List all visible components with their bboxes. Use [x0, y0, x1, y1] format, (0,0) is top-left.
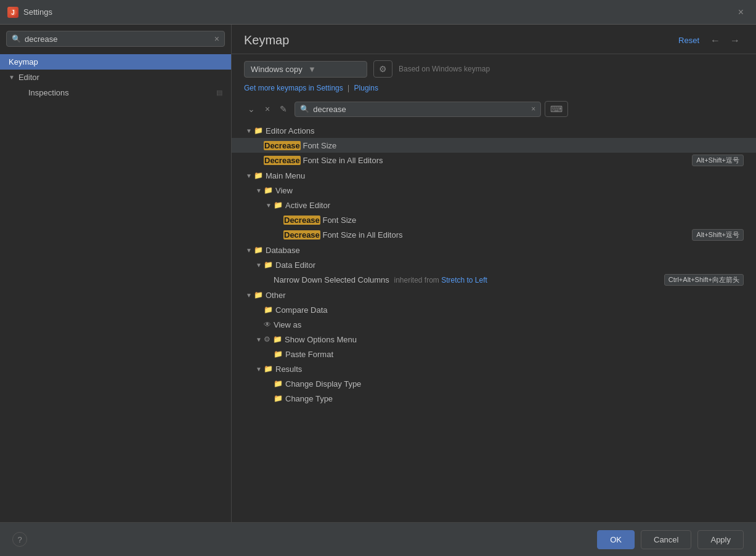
- sidebar-keymap-label: Keymap: [9, 57, 38, 66]
- folder-icon: 📁: [274, 350, 283, 358]
- chevron-down-icon: ▼: [9, 74, 15, 81]
- close-button[interactable]: ×: [733, 4, 749, 20]
- keymap-search-clear[interactable]: ×: [531, 105, 535, 113]
- tree-node-label: Editor Actions: [266, 126, 315, 135]
- scheme-settings-button[interactable]: ⚙: [373, 60, 392, 78]
- tree-row[interactable]: ▼ 📁 Main Menu: [232, 168, 756, 183]
- tree-row[interactable]: ▼ ⚙ 📁 Show Options Menu: [232, 332, 756, 347]
- reset-button[interactable]: Reset: [678, 36, 699, 45]
- tree-node-label: Data Editor: [275, 260, 315, 270]
- sidebar-item-keymap[interactable]: Keymap: [0, 54, 231, 70]
- keymap-search-wrap[interactable]: 🔍 ×: [295, 102, 541, 117]
- window-title: Settings: [23, 7, 733, 17]
- no-toggle: [254, 320, 264, 329]
- inherited-link[interactable]: Stretch to Left: [441, 276, 487, 284]
- keymap-tree: ▼ 📁 Editor Actions Decrease Font Size De…: [232, 121, 756, 522]
- tree-node-label: Decrease Font Size in All Editors: [264, 156, 383, 165]
- footer: ? OK Cancel Apply: [0, 522, 756, 556]
- chevron-down-icon: ▼: [308, 65, 360, 74]
- sidebar-inspections-icon: ▤: [216, 89, 222, 97]
- ok-button[interactable]: OK: [597, 530, 635, 549]
- tree-row[interactable]: ▼ 📁 Results: [232, 361, 756, 376]
- collapse-all-button[interactable]: ×: [261, 102, 274, 116]
- eye-icon: 👁: [264, 320, 271, 329]
- plugins-link[interactable]: Plugins: [354, 84, 378, 92]
- tree-row[interactable]: Decrease Font Size in All Editors Alt+Sh…: [232, 153, 756, 168]
- tree-node-label: Change Display Type: [285, 379, 361, 389]
- folder-icon: 📁: [254, 291, 263, 299]
- collapse-icon[interactable]: ▼: [244, 290, 254, 300]
- scheme-dropdown[interactable]: Windows copy ▼: [244, 61, 367, 78]
- tree-row[interactable]: Decrease Font Size in All Editors Alt+Sh…: [232, 227, 756, 243]
- shortcut-badge: Ctrl+Alt+Shift+向左箭头: [664, 274, 744, 286]
- collapse-icon[interactable]: ▼: [254, 364, 264, 374]
- expand-all-button[interactable]: ⌄: [244, 102, 259, 116]
- tree-row[interactable]: ▼ 📁 Database: [232, 243, 756, 257]
- collapse-icon[interactable]: ▼: [244, 126, 254, 135]
- folder-icon: 📁: [274, 394, 283, 403]
- tree-row[interactable]: ▼ 📁 View: [232, 183, 756, 198]
- folder-icon: 📁: [264, 365, 273, 373]
- get-more-keymaps-link[interactable]: Get more keymaps in Settings: [244, 84, 343, 92]
- help-button[interactable]: ?: [12, 532, 27, 547]
- tree-row[interactable]: ▼ 📁 Other: [232, 288, 756, 302]
- sidebar-search-input[interactable]: [25, 34, 214, 44]
- tree-row[interactable]: ▼ 📁 Data Editor: [232, 257, 756, 272]
- keymap-title: Keymap: [244, 33, 289, 47]
- sidebar-search-wrap[interactable]: 🔍 ×: [6, 31, 225, 47]
- back-button[interactable]: ←: [707, 34, 724, 47]
- tree-node-label: Change Type: [285, 394, 333, 403]
- tree-row[interactable]: 👁 View as: [232, 317, 756, 332]
- folder-icon: 📁: [254, 171, 263, 180]
- cancel-button[interactable]: Cancel: [641, 530, 691, 549]
- tree-row[interactable]: 📁 Paste Format: [232, 347, 756, 361]
- sidebar-inspections-label: Inspections: [28, 88, 69, 97]
- tree-row[interactable]: ▼ 📁 Editor Actions: [232, 123, 756, 138]
- sidebar-item-inspections[interactable]: Inspections ▤: [20, 85, 231, 100]
- nav-arrows: ← →: [707, 34, 744, 47]
- tree-node-label: Decrease Font Size: [283, 216, 356, 225]
- apply-button[interactable]: Apply: [697, 530, 744, 549]
- right-panel: Keymap Reset ← → Windows copy ▼ ⚙ Based …: [232, 25, 756, 522]
- find-by-shortcut-button[interactable]: ⌨: [545, 101, 568, 117]
- footer-actions: OK Cancel Apply: [597, 530, 744, 549]
- no-toggle: [254, 305, 264, 315]
- tree-row[interactable]: 📁 Change Display Type: [232, 376, 756, 391]
- collapse-icon[interactable]: ▼: [244, 171, 254, 180]
- collapse-icon[interactable]: ▼: [254, 334, 264, 344]
- folder-icon: 📁: [273, 335, 282, 344]
- scheme-value: Windows copy: [251, 65, 303, 74]
- tree-node-label: Results: [275, 365, 302, 374]
- tree-node-label: Decrease Font Size: [264, 141, 336, 150]
- tree-row[interactable]: Decrease Font Size: [232, 212, 756, 227]
- collapse-icon[interactable]: ▼: [264, 200, 274, 210]
- collapse-icon[interactable]: ▼: [254, 185, 264, 195]
- tree-node-label: Compare Data: [275, 305, 328, 315]
- forward-button[interactable]: →: [726, 34, 744, 47]
- gear-icon: ⚙: [264, 335, 270, 344]
- collapse-icon[interactable]: ▼: [254, 260, 264, 270]
- svg-text:J: J: [11, 9, 15, 16]
- main-content: 🔍 × Keymap ▼ Editor Inspections ▤: [0, 25, 756, 522]
- tree-row[interactable]: 📁 Compare Data: [232, 302, 756, 317]
- sidebar-item-editor[interactable]: ▼ Editor: [0, 70, 231, 85]
- tree-node-label: Decrease Font Size in All Editors: [283, 230, 403, 240]
- keymap-header: Keymap Reset ← →: [232, 25, 756, 54]
- shortcut-badge: Alt+Shift+逗号: [692, 229, 744, 241]
- tree-row[interactable]: 📁 Change Type: [232, 391, 756, 406]
- expand-collapse-group: ⌄ × ✎: [244, 102, 291, 116]
- edit-button[interactable]: ✎: [276, 102, 291, 116]
- keymap-search-bar: ⌄ × ✎ 🔍 × ⌨: [232, 97, 756, 121]
- collapse-icon[interactable]: ▼: [244, 245, 254, 255]
- sidebar-search-clear[interactable]: ×: [214, 34, 219, 44]
- keymap-search-input[interactable]: [313, 105, 531, 114]
- search-icon: 🔍: [12, 34, 21, 43]
- folder-icon: 📁: [274, 201, 283, 209]
- tree-row[interactable]: ▼ 📁 Active Editor: [232, 198, 756, 212]
- highlight-text: Decrease: [264, 141, 301, 150]
- tree-node-label: View as: [274, 320, 301, 329]
- tree-row[interactable]: Decrease Font Size: [232, 138, 756, 153]
- tree-node-label: View: [275, 186, 293, 195]
- tree-row[interactable]: Narrow Down Selected Columns inherited f…: [232, 272, 756, 288]
- keymap-links: Get more keymaps in Settings | Plugins: [232, 84, 756, 97]
